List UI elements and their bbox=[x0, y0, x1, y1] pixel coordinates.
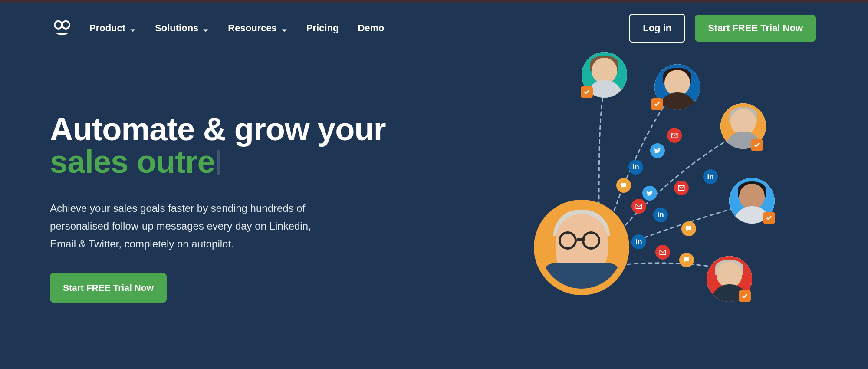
start-trial-button-header[interactable]: Start FREE Trial Now bbox=[695, 15, 816, 42]
avatar-main-user bbox=[534, 200, 629, 295]
brand-logo[interactable] bbox=[52, 18, 72, 38]
twitter-icon bbox=[642, 186, 657, 201]
login-button[interactable]: Log in bbox=[629, 14, 685, 43]
email-icon bbox=[674, 181, 689, 195]
chat-icon bbox=[616, 178, 631, 193]
typing-cursor bbox=[217, 150, 220, 175]
nav-item-demo[interactable]: Demo bbox=[358, 23, 384, 34]
chevron-down-icon bbox=[130, 25, 136, 31]
nav-item-product[interactable]: Product bbox=[89, 23, 136, 34]
linkedin-icon: in bbox=[653, 208, 668, 222]
chat-icon bbox=[679, 253, 694, 267]
main-nav: Product Solutions Resources Pricing Demo… bbox=[0, 0, 868, 43]
linkedin-icon: in bbox=[631, 234, 646, 249]
check-badge-icon bbox=[751, 139, 763, 151]
start-trial-button-hero[interactable]: Start FREE Trial Now bbox=[50, 273, 167, 303]
nav-links: Product Solutions Resources Pricing Demo bbox=[89, 23, 385, 34]
hero-headline-typed: sales outre bbox=[50, 144, 215, 180]
check-badge-icon bbox=[651, 98, 663, 110]
nav-item-label: Solutions bbox=[155, 23, 198, 34]
nav-item-label: Pricing bbox=[306, 23, 339, 34]
nav-item-label: Product bbox=[89, 23, 125, 34]
nav-item-label: Demo bbox=[358, 23, 384, 34]
hero-section: Automate & grow your sales outre Achieve… bbox=[50, 113, 388, 303]
email-icon bbox=[655, 245, 670, 260]
svg-point-0 bbox=[55, 21, 62, 29]
linkedin-icon: in bbox=[703, 169, 718, 184]
nav-item-resources[interactable]: Resources bbox=[228, 23, 287, 34]
hero-subcopy: Achieve your sales goals faster by sendi… bbox=[50, 199, 328, 253]
svg-point-1 bbox=[62, 21, 69, 29]
twitter-icon bbox=[650, 143, 665, 158]
hero-headline-static: Automate & grow your bbox=[50, 111, 385, 147]
nav-item-label: Resources bbox=[228, 23, 277, 34]
nav-item-pricing[interactable]: Pricing bbox=[306, 23, 339, 34]
hero-illustration: in in in in bbox=[534, 52, 829, 347]
chevron-down-icon bbox=[281, 25, 287, 31]
email-icon bbox=[631, 199, 646, 214]
chevron-down-icon bbox=[203, 25, 209, 31]
nav-item-solutions[interactable]: Solutions bbox=[155, 23, 209, 34]
check-badge-icon bbox=[763, 212, 775, 224]
email-icon bbox=[667, 128, 682, 143]
hero-cta-row: Start FREE Trial Now No credit card requ… bbox=[50, 273, 388, 303]
chat-icon bbox=[681, 221, 696, 236]
check-badge-icon bbox=[581, 86, 593, 98]
check-badge-icon bbox=[739, 290, 751, 302]
hero-headline: Automate & grow your sales outre bbox=[50, 113, 388, 178]
linkedin-icon: in bbox=[628, 160, 643, 175]
